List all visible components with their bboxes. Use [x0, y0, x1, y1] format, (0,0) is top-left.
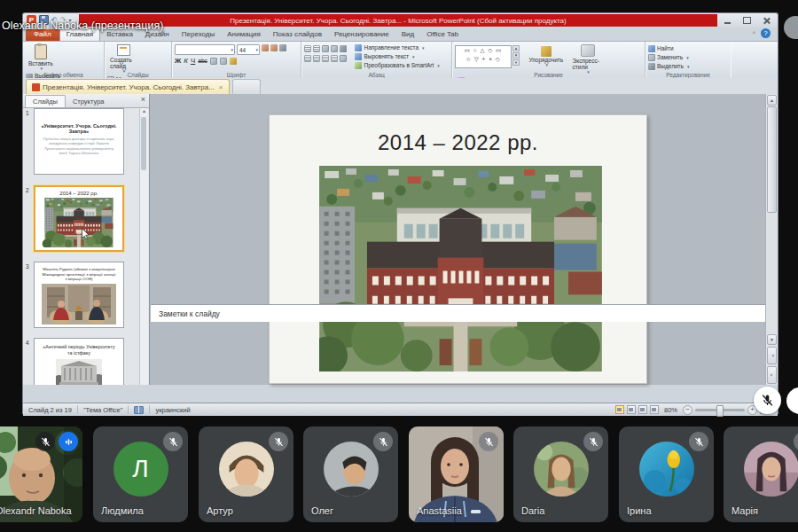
tab-transitions[interactable]: Переходы: [176, 29, 222, 41]
bold-button[interactable]: Ж: [175, 57, 181, 65]
shrink-font-icon[interactable]: [270, 44, 278, 51]
campus-aerial-photo[interactable]: [319, 166, 602, 372]
tab-office-tab[interactable]: Office Tab: [420, 29, 465, 41]
text-direction-button[interactable]: Направление текста: [355, 44, 439, 51]
avatar-initial: Л: [113, 442, 168, 497]
maximize-button[interactable]: [740, 16, 753, 26]
numbering-icon[interactable]: [313, 45, 320, 52]
tab-close-icon[interactable]: ×: [219, 83, 223, 91]
font-size-combobox[interactable]: 44: [237, 44, 260, 55]
slideshow-view-button[interactable]: [650, 405, 659, 414]
shapes-more-icon[interactable]: ▾: [512, 59, 520, 66]
participant-tile-olexandr[interactable]: Olexandr Naboka: [0, 426, 82, 522]
change-case-icon[interactable]: [220, 58, 227, 65]
participant-tile-iryna[interactable]: Ірина: [619, 426, 714, 522]
mic-off-floating-button[interactable]: [754, 387, 781, 414]
mic-muted-icon: [269, 432, 288, 451]
clear-formatting-icon[interactable]: [279, 44, 286, 51]
align-text-icon: [355, 53, 362, 60]
meeting-control-partial-icon[interactable]: [784, 16, 798, 39]
minimize-button[interactable]: [721, 16, 733, 26]
normal-view-button[interactable]: [615, 405, 624, 414]
shapes-scroll-up-icon[interactable]: ▲: [512, 45, 520, 51]
status-bar: Слайд 2 из 19 "Тема Office" украинский 8…: [23, 403, 778, 416]
new-slide-button[interactable]: Создать слайд: [107, 43, 139, 75]
previous-slide-button[interactable]: »: [767, 347, 777, 364]
building-photo-thumbnail: [56, 359, 102, 385]
scroll-up-icon[interactable]: ▲: [767, 95, 777, 106]
increase-indent-icon[interactable]: [331, 45, 338, 52]
font-name-combobox[interactable]: [175, 44, 235, 55]
tab-slideshow[interactable]: Показ слайдов: [267, 29, 328, 41]
align-center-icon[interactable]: [313, 55, 320, 62]
mouse-cursor: [82, 228, 90, 239]
participant-tile-artur[interactable]: Артур: [199, 426, 293, 522]
language-indicator[interactable]: украинский: [150, 405, 195, 414]
align-text-button[interactable]: Выровнять текст: [355, 53, 439, 60]
strikethrough-button[interactable]: abc: [198, 58, 207, 64]
spellcheck-indicator[interactable]: [129, 405, 150, 414]
reading-view-button[interactable]: [638, 405, 647, 414]
panel-tab-outline[interactable]: Структура: [66, 96, 112, 107]
slide-sorter-view-button[interactable]: [627, 405, 636, 414]
participant-tile-mariia[interactable]: Марія: [724, 426, 798, 522]
panel-scrollbar[interactable]: ▲: [139, 108, 148, 385]
align-right-icon[interactable]: [322, 55, 329, 62]
align-left-icon[interactable]: [304, 55, 311, 62]
slide-thumbnail-4[interactable]: «Античний період» Університету та істфак…: [34, 338, 124, 385]
decrease-indent-icon[interactable]: [322, 45, 329, 52]
line-spacing-icon[interactable]: [340, 45, 347, 52]
slide-thumbnail-3[interactable]: Мікаліна Рудова (зйомки з комунікацією М…: [34, 262, 124, 328]
arrange-button[interactable]: Упорядочить: [526, 45, 566, 69]
close-button[interactable]: [760, 16, 772, 26]
window-title: Презентація. Університет. Учора. Сьогодн…: [230, 17, 566, 25]
help-icon[interactable]: ?: [761, 28, 771, 38]
shapes-gallery[interactable]: ▭ ○ △ ◇ ▭ ☆ ▽ + × ◇: [455, 45, 512, 68]
grow-font-icon[interactable]: [262, 44, 269, 51]
replace-button[interactable]: Заменить: [648, 54, 690, 61]
meeting-control-partial-button[interactable]: [786, 387, 798, 414]
zoom-slider[interactable]: [695, 409, 745, 411]
next-slide-button[interactable]: »: [767, 366, 777, 384]
mic-muted-icon: [373, 432, 393, 451]
paste-button[interactable]: Вставить: [26, 43, 56, 73]
avatar-photo: [534, 442, 589, 497]
new-document-tab-button[interactable]: [232, 79, 261, 94]
slide-thumbnail-2[interactable]: 2014 – 2022 рр.: [34, 185, 124, 252]
participant-tile-anastasiia[interactable]: Anastasiia: [409, 426, 504, 522]
bullets-icon[interactable]: [304, 45, 311, 52]
character-spacing-icon[interactable]: [210, 58, 217, 65]
participant-tile-oleh[interactable]: Олег: [303, 426, 398, 522]
tab-animations[interactable]: Анимация: [221, 29, 267, 41]
tab-review[interactable]: Рецензирование: [328, 29, 395, 41]
font-color-icon[interactable]: [230, 58, 237, 65]
participant-tile-liudmyla[interactable]: Л Людмила: [93, 426, 188, 522]
notes-pane[interactable]: Заметки к слайду: [151, 304, 765, 322]
presenter-label: Olexandr Naboka (презентация): [2, 20, 163, 32]
group-drawing: ▭ ○ △ ◇ ▭ ☆ ▽ + × ◇ ▲ ▼ ▾ Упорядочить: [452, 42, 645, 78]
scroll-down-icon[interactable]: ▼: [767, 334, 777, 345]
shapes-scroll-down-icon[interactable]: ▼: [512, 52, 520, 59]
panel-close-icon[interactable]: ×: [141, 96, 145, 104]
collapse-ribbon-icon[interactable]: ^: [753, 30, 755, 36]
columns-icon[interactable]: [340, 55, 347, 62]
italic-button[interactable]: К: [184, 57, 188, 65]
convert-smartart-button[interactable]: Преобразовать в SmartArt: [355, 62, 439, 69]
zoom-out-button[interactable]: −: [683, 405, 692, 415]
zoom-slider-handle[interactable]: [716, 405, 724, 417]
find-button[interactable]: Найти: [648, 45, 690, 52]
underline-button[interactable]: Ч: [191, 57, 195, 65]
slide-thumbnail-1[interactable]: «Університет. Учора. Сьогодні. Завтра» П…: [34, 108, 124, 175]
select-button[interactable]: Выделить: [648, 63, 690, 70]
vertical-scrollbar[interactable]: ▲ ▼ » »: [765, 94, 778, 385]
slide-counter: Слайд 2 из 19: [23, 405, 78, 414]
justify-icon[interactable]: [331, 55, 338, 62]
document-tab[interactable]: Презентація. Університет. Учора. Сьогодн…: [26, 79, 230, 94]
tab-view[interactable]: Вид: [395, 29, 420, 41]
scrollbar-thumb[interactable]: [767, 106, 777, 213]
slide-title[interactable]: 2014 – 2022 рр.: [270, 130, 646, 155]
current-slide[interactable]: 2014 – 2022 рр.: [269, 114, 647, 384]
participant-tile-daria[interactable]: Daria: [513, 426, 608, 522]
theme-name: "Тема Office": [78, 405, 129, 414]
panel-tab-slides[interactable]: Слайды: [25, 95, 66, 107]
